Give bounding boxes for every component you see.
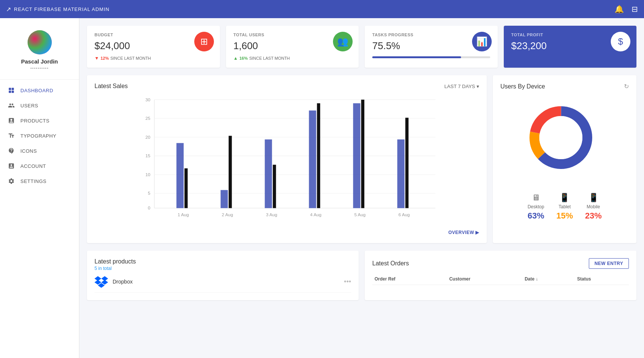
refresh-icon[interactable]: ↻: [624, 83, 629, 90]
tasks-icon: 📊: [476, 36, 488, 47]
products-icon: [8, 117, 15, 124]
budget-pct: 12%: [101, 56, 109, 60]
device-legend: 🖥 Desktop 63% 📱 Tablet 15% 📱 Mobile: [528, 193, 602, 221]
tasks-card: 📊 TASKS PROGRESS 75.5%: [365, 26, 498, 68]
users-label: USERS: [20, 103, 38, 108]
typography-icon: [8, 132, 15, 139]
svg-text:0: 0: [148, 205, 150, 210]
svg-rect-26: [317, 103, 320, 208]
sidebar-item-icons[interactable]: ICONS: [0, 143, 79, 158]
svg-rect-30: [405, 118, 409, 208]
svg-rect-20: [184, 168, 188, 208]
svg-text:25: 25: [146, 116, 150, 121]
middle-row: Latest Sales LAST 7 DAYS ▾: [87, 75, 636, 243]
budget-card: ⊞ BUDGET $24,000 ▼ 12% SINCE LAST MONTH: [87, 26, 220, 68]
devices-header: Users By Device ↻: [500, 83, 629, 90]
tasks-bar-fill: [372, 56, 461, 58]
sidebar-item-users[interactable]: USERS: [0, 98, 79, 113]
orders-table-head: Order Ref Customer Date ↓ Status: [372, 273, 629, 285]
sidebar-item-products[interactable]: PRODUCTS: [0, 113, 79, 128]
svg-text:5 Aug: 5 Aug: [354, 212, 365, 217]
svg-text:5: 5: [148, 191, 150, 195]
sidebar-item-typography[interactable]: TYPOGRAPHY: [0, 128, 79, 143]
svg-rect-0: [9, 88, 11, 90]
orders-section: Latest Orders NEW ENTRY Order Ref Custom…: [365, 251, 636, 300]
desktop-legend: 🖥 Desktop 63%: [528, 193, 544, 221]
dashboard-icon: [8, 87, 15, 94]
bar-chart-svg: 30 25 20 15 10 5 0: [94, 96, 479, 224]
sidebar-item-account[interactable]: ACCOUNT: [0, 158, 79, 174]
mobile-legend: 📱 Mobile 23%: [585, 193, 602, 221]
user-role: ••••••••••: [30, 66, 49, 70]
bell-icon[interactable]: 🔔: [615, 5, 624, 14]
products-title: Latest products: [94, 258, 351, 265]
tasks-progress-bar: [372, 56, 490, 58]
donut-svg: [523, 100, 599, 175]
donut-svg-wrap: [523, 100, 606, 183]
icons-label: ICONS: [20, 148, 37, 154]
svg-rect-3: [12, 91, 14, 93]
settings-label: SETTINGS: [20, 178, 46, 184]
tablet-legend: 📱 Tablet 15%: [556, 193, 573, 221]
product-more-icon[interactable]: •••: [344, 278, 351, 286]
col-date: Date ↓: [522, 273, 575, 285]
topnav-actions: 🔔 ⊟: [615, 5, 638, 14]
svg-rect-24: [273, 165, 276, 208]
icons-icon: [8, 147, 15, 155]
svg-text:3 Aug: 3 Aug: [266, 212, 277, 217]
overview-anchor[interactable]: OVERVIEW ▶: [448, 230, 479, 235]
budget-icon: ⊞: [200, 36, 208, 47]
desktop-label: Desktop: [528, 204, 544, 209]
lower-row: Latest products 5 in total Dropbox: [87, 251, 636, 300]
new-entry-button[interactable]: NEW ENTRY: [589, 258, 629, 269]
tasks-label: TASKS PROGRESS: [372, 33, 490, 37]
sales-chart-card: Latest Sales LAST 7 DAYS ▾: [87, 75, 487, 243]
col-customer: Customer: [447, 273, 523, 285]
svg-rect-29: [397, 139, 404, 208]
sales-chart-title: Latest Sales: [94, 83, 128, 90]
profit-icon: $: [618, 36, 623, 47]
settings-icon: [8, 177, 15, 185]
svg-rect-23: [265, 139, 272, 208]
svg-text:20: 20: [146, 135, 150, 139]
devices-title: Users By Device: [500, 83, 545, 90]
svg-text:2 Aug: 2 Aug: [222, 212, 233, 217]
chart-period-selector[interactable]: LAST 7 DAYS ▾: [444, 84, 479, 89]
users-pct: 16%: [239, 56, 248, 60]
devices-card: Users By Device ↻: [493, 75, 636, 243]
profit-card: $ TOTAL PROFIT $23,200: [504, 26, 637, 68]
dashboard-label: DASHBOARD: [20, 88, 53, 93]
users-icon-circle: 👥: [333, 32, 353, 51]
product-item-dropbox: Dropbox •••: [94, 271, 351, 293]
svg-rect-28: [361, 100, 365, 208]
topnav: ↗ REACT FIREBASE MATERIAL ADMIN 🔔 ⊟: [0, 0, 644, 18]
donut-hole: [539, 116, 582, 159]
products-section: Latest products 5 in total Dropbox: [87, 251, 359, 300]
users-stat-icon: 👥: [337, 36, 348, 47]
col-status: Status: [575, 273, 629, 285]
orders-table: Order Ref Customer Date ↓ Status: [372, 273, 629, 285]
svg-text:30: 30: [146, 97, 150, 102]
logout-icon[interactable]: ⊟: [632, 5, 638, 14]
users-sub-text: SINCE LAST MONTH: [249, 56, 289, 60]
svg-text:10: 10: [146, 172, 150, 177]
svg-rect-2: [9, 91, 11, 93]
overview-link[interactable]: OVERVIEW ▶: [94, 229, 479, 236]
sidebar-item-settings[interactable]: SETTINGS: [0, 174, 79, 189]
users-label-stat: TOTAL USERS: [234, 33, 351, 37]
bar-chart-area: 30 25 20 15 10 5 0: [94, 96, 479, 224]
sidebar-item-dashboard[interactable]: DASHBOARD: [0, 83, 79, 98]
budget-label: BUDGET: [94, 33, 212, 37]
desktop-icon: 🖥: [532, 193, 540, 203]
svg-rect-27: [353, 103, 360, 208]
svg-text:4 Aug: 4 Aug: [310, 212, 322, 217]
desktop-pct: 63%: [528, 211, 544, 221]
svg-text:15: 15: [146, 153, 150, 158]
orders-header: Latest Orders NEW ENTRY: [372, 258, 629, 269]
products-sub: 5 in total: [94, 266, 351, 271]
typography-label: TYPOGRAPHY: [20, 133, 56, 139]
stat-cards: ⊞ BUDGET $24,000 ▼ 12% SINCE LAST MONTH …: [87, 26, 636, 68]
orders-title: Latest Orders: [372, 260, 409, 267]
svg-rect-1: [12, 88, 14, 90]
donut-chart-area: 🖥 Desktop 63% 📱 Tablet 15% 📱 Mobile: [500, 96, 629, 221]
